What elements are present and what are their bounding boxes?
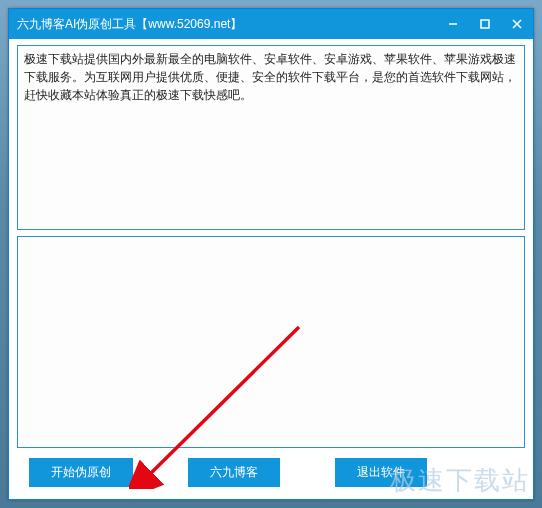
- blog-button[interactable]: 六九博客: [188, 458, 280, 487]
- exit-button[interactable]: 退出软件: [335, 458, 427, 487]
- window-controls: [437, 9, 533, 39]
- result-textarea[interactable]: [17, 236, 525, 448]
- svg-rect-1: [481, 20, 489, 28]
- content-area: 开始伪原创 六九博客 退出软件: [9, 39, 533, 499]
- app-window: 六九博客AI伪原创工具【www.52069.net】 开始伪原创 六九博客 退出…: [8, 8, 534, 500]
- source-textarea[interactable]: [17, 45, 525, 230]
- button-bar: 开始伪原创 六九博客 退出软件: [17, 454, 525, 493]
- titlebar: 六九博客AI伪原创工具【www.52069.net】: [9, 9, 533, 39]
- close-button[interactable]: [501, 9, 533, 39]
- minimize-button[interactable]: [437, 9, 469, 39]
- window-title: 六九博客AI伪原创工具【www.52069.net】: [17, 16, 437, 33]
- start-button[interactable]: 开始伪原创: [29, 458, 133, 487]
- maximize-button[interactable]: [469, 9, 501, 39]
